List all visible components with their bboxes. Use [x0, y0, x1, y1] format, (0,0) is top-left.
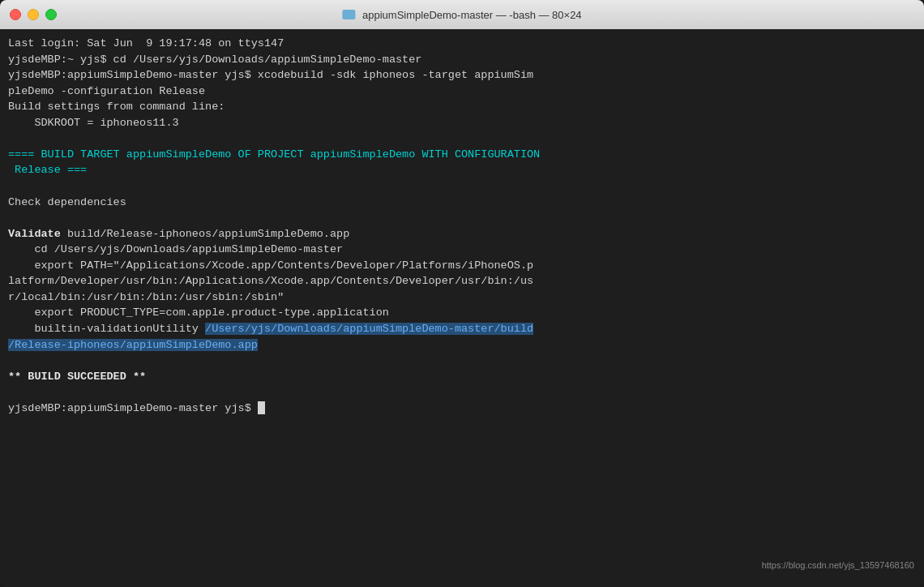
line-14: cd /Users/yjs/Downloads/appiumSimpleDemo…: [8, 242, 916, 258]
line-11: Check dependencies: [8, 195, 916, 211]
line-19: builtin-validationUtility ​/Users/yjs/Do…: [8, 321, 916, 337]
folder-icon: [342, 10, 355, 19]
close-button[interactable]: [10, 9, 21, 20]
line-13: Validate build/Release-iphoneos/appiumSi…: [8, 226, 916, 242]
line-15: export PATH="/Applications/Xcode.app/Con…: [8, 258, 916, 274]
line-4: pleDemo -configuration Release: [8, 84, 916, 100]
line-3: yjsdeMBP:appiumSimpleDemo-master yjs$ xc…: [8, 67, 916, 84]
line-20: /Release-iphoneos/appiumSimpleDemo.app: [8, 337, 916, 353]
line-8: ==== BUILD TARGET appiumSimpleDemo OF PR…: [8, 147, 916, 163]
line-6: SDKROOT = iphoneos11.3: [8, 115, 916, 131]
line-1: Last login: Sat Jun 9 19:17:48 on ttys14…: [8, 36, 916, 52]
line-12: [8, 210, 916, 226]
minimize-button[interactable]: [28, 9, 39, 20]
maximize-button[interactable]: [45, 9, 57, 20]
line-7: [8, 131, 916, 147]
line-21: [8, 353, 916, 369]
line-24: yjsdeMBP:appiumSimpleDemo-master yjs$: [8, 401, 916, 417]
line-9: Release ===: [8, 162, 916, 178]
line-2: yjsdeMBP:~ yjs$ cd /Users/yjs/Downloads/…: [8, 52, 916, 68]
validate-keyword: Validate: [8, 228, 61, 240]
line-16: latform/Developer/usr/bin:/Applications/…: [8, 273, 916, 289]
line-18: export PRODUCT_TYPE=com.apple.product-ty…: [8, 305, 916, 321]
line-17: r/local/bin:/usr/bin:/bin:/usr/sbin:/sbi…: [8, 289, 916, 306]
terminal-window: appiumSimpleDemo-master — -bash — 80×24 …: [0, 0, 924, 587]
title-text: appiumSimpleDemo-master — -bash — 80×24: [362, 9, 582, 21]
terminal-body[interactable]: Last login: Sat Jun 9 19:17:48 on ttys14…: [0, 29, 924, 587]
titlebar: appiumSimpleDemo-master — -bash — 80×24: [0, 0, 924, 29]
line-10: [8, 178, 916, 195]
watermark: https://blog.csdn.net/yjs_13597468160: [762, 559, 914, 572]
line-23: [8, 384, 916, 401]
line-22: ** BUILD SUCCEEDED **: [8, 369, 916, 385]
traffic-lights: [10, 9, 57, 20]
window-title: appiumSimpleDemo-master — -bash — 80×24: [342, 9, 581, 21]
cursor: [258, 401, 265, 414]
line-5: Build settings from command line:: [8, 99, 916, 115]
